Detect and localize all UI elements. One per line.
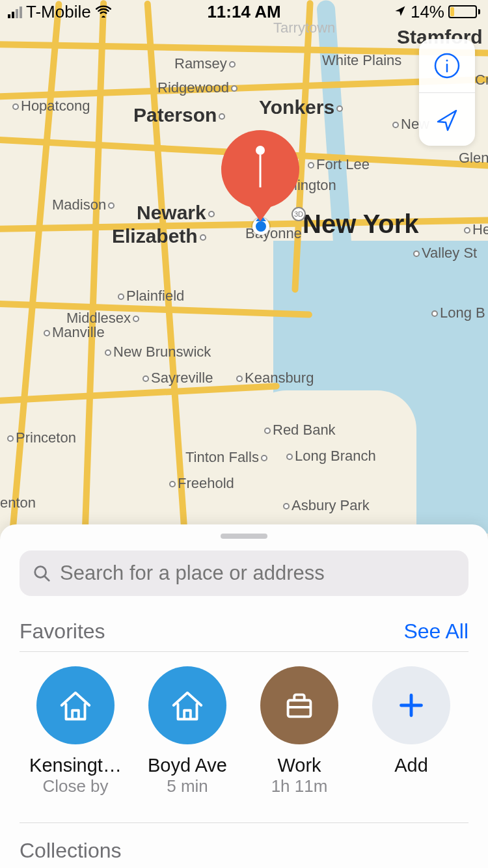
dropped-pin[interactable] — [221, 130, 299, 228]
map-label-sayreville: Sayreville — [141, 370, 213, 387]
map-label-manville: Manville — [42, 324, 105, 341]
location-arrow-icon — [433, 105, 461, 134]
map-label-valley-st: Valley St — [411, 245, 477, 262]
search-field[interactable] — [20, 550, 468, 596]
battery-percent: 14% — [411, 2, 444, 22]
map-label-new-brunswick: New Brunswick — [103, 344, 211, 360]
bottom-sheet[interactable]: Favorites See All Kensingt… Close by Boy… — [0, 524, 488, 868]
favorite-sublabel: 1h 11m — [271, 776, 328, 796]
map-label-elizabeth: Elizabeth — [112, 225, 208, 247]
favorites-header: Favorites See All — [20, 619, 468, 652]
map-label-hen: Hen — [462, 221, 488, 238]
locate-me-button[interactable] — [419, 92, 475, 146]
map-label-edge: Cr — [475, 72, 488, 88]
favorite-item-1[interactable]: Kensingt… Close by — [20, 666, 131, 796]
cellular-signal-icon — [8, 5, 22, 18]
home-icon — [36, 666, 115, 744]
favorite-item-3[interactable]: Work 1h 11m — [243, 666, 355, 796]
status-left: T-Mobile — [8, 2, 112, 22]
map-label-lington: lington — [294, 177, 336, 194]
map-label-enton: enton — [0, 495, 36, 511]
map-label-red-bank: Red Bank — [262, 422, 336, 439]
map-label-glen: Glen — [459, 150, 488, 167]
map-label-ramsey: Ramsey — [174, 55, 237, 72]
map-label-yonkers: Yonkers — [259, 96, 345, 118]
status-bar: T-Mobile 11:14 AM 14% — [0, 0, 488, 23]
favorite-item-add[interactable]: Add — [355, 666, 467, 796]
location-services-icon — [394, 2, 407, 22]
home-icon — [148, 666, 226, 744]
map-label-tinton-falls: Tinton Falls — [185, 449, 269, 466]
search-input[interactable] — [60, 562, 455, 585]
map-label-freehold: Freehold — [167, 475, 234, 492]
clock: 11:14 AM — [207, 2, 280, 22]
battery-icon — [448, 5, 480, 18]
favorites-title: Favorites — [20, 619, 105, 644]
map-controls — [419, 39, 475, 146]
favorite-label: Boyd Ave — [148, 755, 227, 776]
svg-point-1 — [446, 60, 448, 62]
carrier-label: T-Mobile — [26, 2, 91, 22]
map-label-madison: Madison — [52, 197, 116, 213]
favorite-sublabel: 5 min — [167, 776, 208, 796]
map-label-white-plains: White Plains — [322, 52, 401, 69]
map-label-newark: Newark — [137, 202, 217, 224]
map-label-asbury-park: Asbury Park — [281, 497, 370, 514]
favorite-sublabel: Close by — [42, 776, 108, 796]
map-view[interactable]: Tarrytown Stamford White Plains Ramsey R… — [0, 0, 488, 534]
map-label-new-york: New York — [303, 210, 419, 239]
map-label-plainfield: Plainfield — [116, 288, 184, 305]
map-label-princeton: Princeton — [5, 429, 76, 446]
collections-title: Collections — [20, 822, 468, 863]
info-icon — [433, 51, 461, 80]
favorite-label: Add — [394, 755, 428, 776]
map-label-ridgewood: Ridgewood — [157, 79, 239, 96]
map-label-paterson: Paterson — [133, 104, 227, 126]
info-button[interactable] — [419, 39, 475, 92]
briefcase-icon — [260, 666, 338, 744]
map-label-keansburg: Keansburg — [234, 370, 314, 387]
pin-icon — [221, 130, 299, 208]
status-right: 14% — [394, 2, 480, 22]
map-label-hopatcong: Hopatcong — [10, 98, 90, 115]
map-label-long-b: Long B — [429, 305, 485, 321]
search-icon — [33, 563, 51, 583]
svg-rect-3 — [288, 700, 311, 716]
favorite-label: Kensingt… — [29, 755, 122, 776]
see-all-button[interactable]: See All — [403, 619, 468, 644]
plus-icon — [372, 666, 450, 744]
map-label-long-branch: Long Branch — [284, 448, 376, 465]
favorite-item-2[interactable]: Boyd Ave 5 min — [131, 666, 243, 796]
favorite-label: Work — [277, 755, 321, 776]
map-label-fort-lee: Fort Lee — [306, 156, 370, 173]
favorites-row: Kensingt… Close by Boyd Ave 5 min Work 1… — [20, 666, 468, 796]
wifi-icon — [95, 2, 112, 22]
sheet-grabber[interactable] — [221, 534, 267, 539]
